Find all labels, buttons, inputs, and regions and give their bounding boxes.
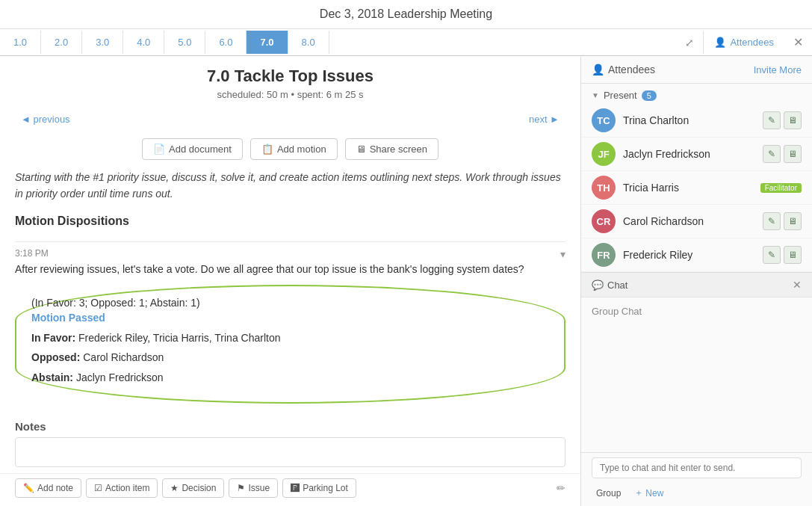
star-icon: ★ <box>170 483 179 493</box>
tab-7.0[interactable]: 7.0 <box>247 31 288 54</box>
add-document-button[interactable]: 📄 Add document <box>142 138 243 160</box>
next-button[interactable]: next ► <box>523 111 565 128</box>
attendee-item: TC Trina Charlton ✎ 🖥 <box>581 104 812 138</box>
in-favor-label: In Favor: <box>31 332 75 344</box>
edit-icon-button[interactable]: ✎ <box>763 212 781 230</box>
attendee-icons: ✎ 🖥 <box>763 145 802 163</box>
chat-icon: 💬 <box>592 280 604 291</box>
close-button[interactable]: ✕ <box>784 29 812 55</box>
content-toolbar: 📄 Add document 📋 Add motion 🖥 Share scre… <box>0 134 580 169</box>
screen-icon: 🖥 <box>356 144 366 155</box>
present-row[interactable]: ▼ Present 5 <box>581 84 812 104</box>
issue-button[interactable]: ⚑ Issue <box>229 478 278 498</box>
attendee-name: Frederick Riley <box>623 249 763 261</box>
attendee-name: Carol Richardson <box>623 215 763 227</box>
abstain-label: Abstain: <box>31 371 73 383</box>
screen-icon-button[interactable]: 🖥 <box>784 145 802 163</box>
nav-row: ◄ previous next ► <box>0 108 580 134</box>
person-icon: 👤 <box>714 37 726 48</box>
attendees-header: 👤 Attendees Invite More <box>581 56 812 84</box>
in-favor-names: Frederick Riley, Tricia Harris, Trina Ch… <box>78 332 280 344</box>
plus-icon: ＋ <box>634 487 643 499</box>
edit-icon-button[interactable]: ✎ <box>763 246 781 264</box>
edit-icon-button[interactable]: ✎ <box>763 145 781 163</box>
motion-icon: 📋 <box>261 144 273 155</box>
chat-body: Group Chat <box>581 297 812 452</box>
chat-input[interactable] <box>592 457 802 478</box>
sidebar: 👤 Attendees Invite More ▼ Present 5 TC T… <box>580 56 812 506</box>
share-screen-button[interactable]: 🖥 Share screen <box>345 138 438 160</box>
opposed-detail: Opposed: Carol Richardson <box>31 349 549 365</box>
parking-icon: 🅿 <box>291 483 300 493</box>
previous-button[interactable]: ◄ previous <box>15 111 76 128</box>
avatar: CR <box>592 209 616 233</box>
motion-question: After reviewing issues, let's take a vot… <box>15 262 565 277</box>
expand-icon[interactable]: ⤢ <box>676 31 703 55</box>
abstain-names: Jaclyn Fredrickson <box>76 371 164 383</box>
tab-4.0[interactable]: 4.0 <box>123 31 164 54</box>
avatar: FR <box>592 243 616 267</box>
tab-1.0[interactable]: 1.0 <box>0 31 41 54</box>
title-bar: Dec 3, 2018 Leadership Meeting <box>0 0 812 29</box>
avatar: TH <box>592 176 616 200</box>
chat-close-button[interactable]: ✕ <box>793 279 802 291</box>
group-chat-button[interactable]: Group <box>592 486 625 501</box>
notes-box[interactable] <box>15 437 565 467</box>
attendee-name: Trina Charlton <box>623 114 763 126</box>
notes-title: Notes <box>15 420 565 433</box>
tab-2.0[interactable]: 2.0 <box>41 31 82 54</box>
attendees-button[interactable]: 👤 Attendees <box>703 31 784 54</box>
attendees-title: 👤 Attendees <box>592 64 655 75</box>
avatar: TC <box>592 108 616 132</box>
attendee-icons: ✎ 🖥 <box>763 246 802 264</box>
screen-icon-button[interactable]: 🖥 <box>784 111 802 129</box>
tab-5.0[interactable]: 5.0 <box>164 31 205 54</box>
action-item-button[interactable]: ☑ Action item <box>86 478 158 498</box>
chat-header: 💬 Chat ✕ <box>581 273 812 297</box>
present-count: 5 <box>642 90 657 101</box>
motion-passed-label: Motion Passed <box>31 312 549 324</box>
section-header: 7.0 Tackle Top Issues <box>0 56 580 89</box>
notes-edit-icon[interactable]: ✏ <box>557 482 565 494</box>
vote-summary: (In Favor: 3; Opposed: 1; Abstain: 1) <box>31 297 549 309</box>
tab-8.0[interactable]: 8.0 <box>288 31 329 54</box>
notes-section: Notes <box>15 420 565 473</box>
decision-button[interactable]: ★ Decision <box>162 478 224 498</box>
chat-footer: Group ＋ New <box>581 481 812 506</box>
add-motion-button[interactable]: 📋 Add motion <box>250 138 338 160</box>
meeting-title: Dec 3, 2018 Leadership Meeting <box>320 7 492 20</box>
attendee-list: TC Trina Charlton ✎ 🖥 JF Jaclyn Fredrick… <box>581 104 812 272</box>
chat-input-row <box>581 452 812 481</box>
attendee-icons: ✎ 🖥 <box>763 111 802 129</box>
chat-title: 💬 Chat <box>592 280 627 291</box>
motion-chevron-icon[interactable]: ▾ <box>560 248 565 260</box>
screen-icon-button[interactable]: 🖥 <box>784 246 802 264</box>
screen-icon-button[interactable]: 🖥 <box>784 212 802 230</box>
attendee-name: Tricia Harris <box>623 182 756 194</box>
tab-bar: 1.0 2.0 3.0 4.0 5.0 6.0 7.0 8.0 ⤢ 👤 Atte… <box>0 29 812 56</box>
pencil-icon: ✏️ <box>23 483 34 493</box>
main-layout: 7.0 Tackle Top Issues scheduled: 50 m • … <box>0 56 812 506</box>
attendee-item: JF Jaclyn Fredrickson ✎ 🖥 <box>581 138 812 171</box>
facilitator-badge: Facilitator <box>760 183 802 193</box>
motion-oval: (In Favor: 3; Opposed: 1; Abstain: 1) Mo… <box>15 285 565 404</box>
motion-entry: 3:18 PM ▾ After reviewing issues, let's … <box>15 241 565 413</box>
new-chat-button[interactable]: ＋ New <box>630 484 668 502</box>
parking-lot-button[interactable]: 🅿 Parking Lot <box>282 478 356 498</box>
attendee-item: TH Tricia Harris Facilitator <box>581 171 812 205</box>
group-chat-label: Group Chat <box>592 306 642 317</box>
attendee-name: Jaclyn Fredrickson <box>623 148 763 160</box>
abstain-detail: Abstain: Jaclyn Fredrickson <box>31 369 549 386</box>
tab-3.0[interactable]: 3.0 <box>82 31 123 54</box>
attendee-item: CR Carol Richardson ✎ 🖥 <box>581 205 812 238</box>
motion-dispositions-section: Motion Dispositions <box>15 215 565 234</box>
add-note-button[interactable]: ✏️ Add note <box>15 478 81 498</box>
tab-6.0[interactable]: 6.0 <box>205 31 247 54</box>
motion-dispositions-title: Motion Dispositions <box>15 215 565 228</box>
section-title: 7.0 Tackle Top Issues <box>15 67 565 86</box>
present-label: Present <box>604 90 637 101</box>
attendees-icon: 👤 <box>592 64 604 75</box>
document-icon: 📄 <box>153 144 165 155</box>
edit-icon-button[interactable]: ✎ <box>763 111 781 129</box>
invite-more-button[interactable]: Invite More <box>754 64 802 75</box>
